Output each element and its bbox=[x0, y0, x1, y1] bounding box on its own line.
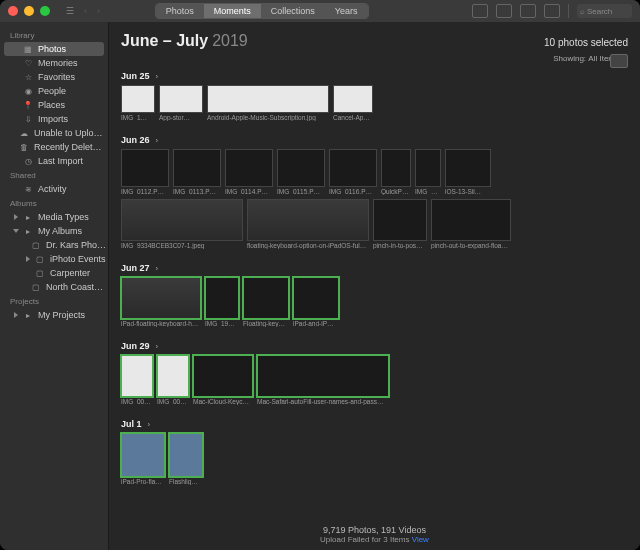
sidebar-item-my-albums[interactable]: ▸My Albums bbox=[0, 224, 108, 238]
sidebar-item-imports[interactable]: ⇩Imports bbox=[0, 112, 108, 126]
moment-date[interactable]: Jul 1 › bbox=[121, 419, 628, 429]
thumbnail[interactable]: QuickPath-swipe… bbox=[381, 149, 411, 195]
thumbnail[interactable]: Android-Apple-Music-Subscription.jpg bbox=[207, 85, 329, 121]
thumbnail[interactable]: iPad-floating-keyboard-handle-to-spring-… bbox=[121, 277, 201, 327]
thumbnail[interactable]: IMG_0024.P… bbox=[157, 355, 189, 405]
thumbnail[interactable]: Cancel-Ap… bbox=[333, 85, 373, 121]
thumbnail-image[interactable] bbox=[381, 149, 411, 187]
thumbnail-image[interactable] bbox=[445, 149, 491, 187]
thumbnail-image[interactable] bbox=[243, 277, 289, 319]
moment-date[interactable]: Jun 27 › bbox=[121, 263, 628, 273]
moment-date[interactable]: Jun 25 › bbox=[121, 71, 628, 81]
thumbnail[interactable]: iPad-and-iPhone… bbox=[293, 277, 339, 327]
thumbnail[interactable]: IMG_9334BCEB3C07-1.jpeg bbox=[121, 199, 243, 249]
thumbnail[interactable]: IMG_0023.P… bbox=[121, 355, 153, 405]
sidebar-item-unable-to-uplo-[interactable]: ☁Unable to Uplo… bbox=[0, 126, 108, 140]
sidebar-item-dr-kars-pho-[interactable]: ▢Dr. Kars Pho… bbox=[0, 238, 108, 252]
moment-date[interactable]: Jun 26 › bbox=[121, 135, 628, 145]
share-icon[interactable] bbox=[496, 4, 512, 18]
thumbnail[interactable]: pinch-out-to-expand-floating-keyboard-t… bbox=[431, 199, 511, 249]
album-icon: ▢ bbox=[35, 268, 45, 278]
thumbnail-image[interactable] bbox=[159, 85, 203, 113]
chevron-right-icon: › bbox=[156, 136, 159, 145]
sidebar-item-my-projects[interactable]: ▸My Projects bbox=[0, 308, 108, 322]
moment-group: Jun 29 ›IMG_0023.P…IMG_0024.P…Mac-iCloud… bbox=[109, 337, 640, 415]
thumbnail-image[interactable] bbox=[121, 85, 155, 113]
thumbnail[interactable]: IMG_19CAD2342… bbox=[205, 277, 239, 327]
sidebar-item-favorites[interactable]: ☆Favorites bbox=[0, 70, 108, 84]
tab-years[interactable]: Years bbox=[325, 4, 368, 18]
thumbnail-image[interactable] bbox=[173, 149, 221, 187]
sidebar-item-photos[interactable]: ▦Photos bbox=[4, 42, 104, 56]
thumbnail[interactable]: Mac-iCloud-Keyc… bbox=[193, 355, 253, 405]
thumbnail[interactable]: IMG_0116.PNG bbox=[329, 149, 377, 195]
sidebar-item-iphoto-events[interactable]: ▢iPhoto Events bbox=[0, 252, 108, 266]
thumbnail[interactable]: pinch-in-to-pos… bbox=[373, 199, 427, 249]
search-input[interactable]: ⌕ Search bbox=[577, 4, 632, 18]
close-window-button[interactable] bbox=[8, 6, 18, 16]
sidebar-item-carpenter[interactable]: ▢Carpenter bbox=[0, 266, 108, 280]
thumbnail-image[interactable] bbox=[277, 149, 325, 187]
thumbnail-caption: IMG_0024.P… bbox=[157, 398, 187, 405]
thumbnail-image[interactable] bbox=[333, 85, 373, 113]
thumbnail[interactable]: IMG_0113.PNG bbox=[173, 149, 221, 195]
thumbnail-image[interactable] bbox=[373, 199, 427, 241]
thumbnail-image[interactable] bbox=[247, 199, 369, 241]
thumbnail-image[interactable] bbox=[169, 433, 203, 477]
tab-collections[interactable]: Collections bbox=[261, 4, 325, 18]
thumbnail-image[interactable] bbox=[121, 355, 153, 397]
thumbnail-image[interactable] bbox=[431, 199, 511, 241]
tab-photos[interactable]: Photos bbox=[156, 4, 204, 18]
sidebar-item-last-import[interactable]: ◷Last Import bbox=[0, 154, 108, 168]
thumbnail-image[interactable] bbox=[257, 355, 389, 397]
thumbnail[interactable]: iPad-Pro-flashing… bbox=[121, 433, 165, 485]
view-options-icon[interactable] bbox=[610, 54, 628, 68]
sidebar-item-label: Favorites bbox=[38, 72, 75, 82]
sidebar-item-activity[interactable]: ≋Activity bbox=[0, 182, 108, 196]
thumbnail-caption: floating-keyboard-option-on-iPadOS-full-… bbox=[247, 242, 367, 249]
sidebar-header: Projects bbox=[0, 294, 108, 308]
nav-back-icon[interactable]: ‹ bbox=[84, 6, 87, 16]
thumbnail[interactable]: Flashlight-inten… bbox=[169, 433, 203, 485]
thumbnail[interactable]: iOS-13-Sil… bbox=[445, 149, 491, 195]
tab-moments[interactable]: Moments bbox=[204, 4, 261, 18]
sidebar-item-people[interactable]: ◉People bbox=[0, 84, 108, 98]
thumbnail-image[interactable] bbox=[121, 433, 165, 477]
thumbnail-image[interactable] bbox=[121, 149, 169, 187]
thumbnail-image[interactable] bbox=[157, 355, 189, 397]
sidebar-item-places[interactable]: 📍Places bbox=[0, 98, 108, 112]
thumbnail[interactable]: IMG_0112.PNG bbox=[121, 149, 169, 195]
rotate-icon[interactable] bbox=[544, 4, 560, 18]
thumbnail[interactable]: Floating-keyboar… bbox=[243, 277, 289, 327]
thumbnail[interactable]: IMG_0115.PNG bbox=[277, 149, 325, 195]
sidebar-item-memories[interactable]: ♡Memories bbox=[0, 56, 108, 70]
moment-date[interactable]: Jun 29 › bbox=[121, 341, 628, 351]
minimize-window-button[interactable] bbox=[24, 6, 34, 16]
thumbnail-image[interactable] bbox=[121, 199, 243, 241]
sidebar-item-label: Dr. Kars Pho… bbox=[46, 240, 106, 250]
thumbnail[interactable]: App-stor… bbox=[159, 85, 203, 121]
thumbnail[interactable]: IMG_1… bbox=[121, 85, 155, 121]
sidebar-item-media-types[interactable]: ▸Media Types bbox=[0, 210, 108, 224]
nav-fwd-icon[interactable]: › bbox=[97, 6, 100, 16]
add-icon[interactable] bbox=[472, 4, 488, 18]
zoom-window-button[interactable] bbox=[40, 6, 50, 16]
thumbnail-image[interactable] bbox=[293, 277, 339, 319]
favorite-icon[interactable] bbox=[520, 4, 536, 18]
thumbnail[interactable]: floating-keyboard-option-on-iPadOS-full-… bbox=[247, 199, 369, 249]
search-placeholder: Search bbox=[587, 7, 612, 16]
sidebar-item-recently-delet-[interactable]: 🗑Recently Delet… bbox=[0, 140, 108, 154]
thumbnail-image[interactable] bbox=[193, 355, 253, 397]
thumbnail-image[interactable] bbox=[225, 149, 273, 187]
thumbnail-image[interactable] bbox=[415, 149, 441, 187]
thumbnail-image[interactable] bbox=[207, 85, 329, 113]
thumbnail-image[interactable] bbox=[329, 149, 377, 187]
thumbnail[interactable]: IMG_0114.PNG bbox=[225, 149, 273, 195]
upload-view-link[interactable]: View bbox=[412, 535, 429, 544]
sidebar-item-north-coast-[interactable]: ▢North Coast… bbox=[0, 280, 108, 294]
thumbnail[interactable]: Mac-Safari-autoFill-user-names-and-passw… bbox=[257, 355, 389, 405]
thumbnail[interactable]: IMG_0… bbox=[415, 149, 441, 195]
sidebar-toggle-icon[interactable]: ☰ bbox=[66, 6, 74, 16]
thumbnail-image[interactable] bbox=[121, 277, 201, 319]
thumbnail-image[interactable] bbox=[205, 277, 239, 319]
